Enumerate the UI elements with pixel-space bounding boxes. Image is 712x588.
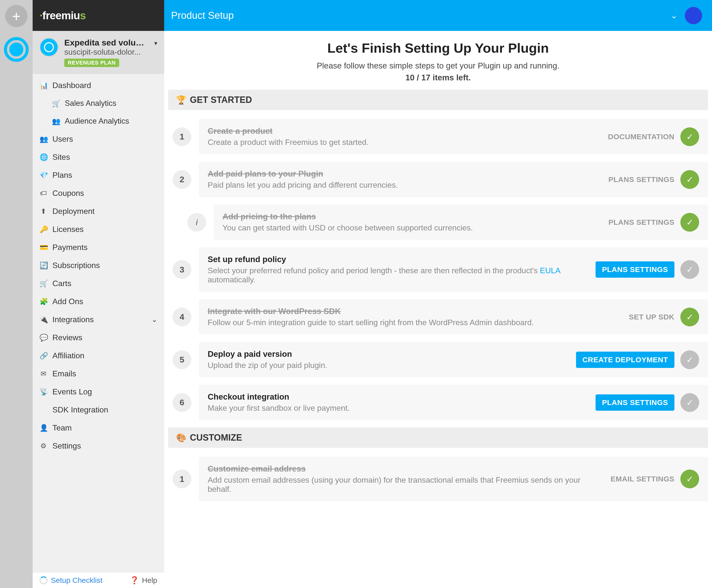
deployment-icon: ⬆ bbox=[40, 207, 47, 215]
nav-payments[interactable]: 💳Payments bbox=[33, 238, 164, 256]
licenses-icon: 🔑 bbox=[40, 225, 47, 233]
step-body: Deploy a paid version Upload the zip of … bbox=[199, 342, 708, 377]
payments-icon: 💳 bbox=[40, 243, 47, 251]
audience-analytics-icon: 👥 bbox=[52, 117, 59, 125]
step-action-link[interactable]: PLANS SETTINGS bbox=[608, 218, 674, 227]
step-action-button[interactable]: PLANS SETTINGS bbox=[596, 394, 674, 411]
step-desc: Paid plans let you add pricing and diffe… bbox=[208, 181, 603, 190]
nav-emails[interactable]: ✉Emails bbox=[33, 365, 164, 383]
step-i: i Add pricing to the plans You can get s… bbox=[183, 205, 708, 240]
step-number: 3 bbox=[173, 260, 191, 279]
step-title: Checkout integration bbox=[208, 392, 590, 402]
step-number: 1 bbox=[173, 127, 191, 146]
add-app-button[interactable]: + bbox=[5, 5, 27, 27]
hero-title: Let's Finish Setting Up Your Plugin bbox=[168, 40, 708, 56]
addons-icon: 🧩 bbox=[40, 297, 47, 306]
step-check-icon: ✓ bbox=[681, 127, 699, 146]
nav-label: Subscriptions bbox=[52, 261, 100, 270]
step-number: 1 bbox=[173, 469, 191, 488]
setup-checklist-link[interactable]: Setup Checklist bbox=[40, 576, 102, 585]
brand: ·freemius bbox=[33, 0, 164, 31]
events-log-icon: 📡 bbox=[40, 388, 47, 396]
sidebar-footer: Setup Checklist ❓ Help bbox=[33, 572, 164, 588]
step-title: Set up refund policy bbox=[208, 255, 590, 264]
step-check-icon[interactable]: ✓ bbox=[681, 260, 699, 279]
step-desc: Add custom email addresses (using your d… bbox=[208, 476, 605, 494]
step-check-icon: ✓ bbox=[681, 170, 699, 189]
step-4: 4 Integrate with our WordPress SDK Follo… bbox=[168, 299, 708, 335]
nav-dashboard[interactable]: 📊Dashboard bbox=[33, 77, 164, 94]
step-check-icon: ✓ bbox=[681, 308, 699, 327]
nav-plans[interactable]: 💎Plans bbox=[33, 166, 164, 184]
step-action-button[interactable]: CREATE DEPLOYMENT bbox=[576, 352, 674, 368]
trophy-icon: 🏆 bbox=[176, 95, 187, 105]
nav-audience-analytics[interactable]: 👥Audience Analytics bbox=[33, 112, 164, 130]
page-title: Product Setup bbox=[171, 10, 234, 21]
step-desc: Upload the zip of your paid plugin. bbox=[208, 361, 570, 370]
nav-sales-analytics[interactable]: 🛒Sales Analytics bbox=[33, 94, 164, 112]
plans-icon: 💎 bbox=[40, 171, 47, 179]
nav-subscriptions[interactable]: 🔄Subscriptions bbox=[33, 256, 164, 274]
step-body: Add pricing to the plans You can get sta… bbox=[214, 205, 708, 240]
step-5: 5 Deploy a paid version Upload the zip o… bbox=[168, 342, 708, 377]
step-check-icon: ✓ bbox=[681, 469, 699, 488]
nav-label: Licenses bbox=[52, 225, 84, 234]
nav-sdk-integration[interactable]: SDK Integration bbox=[33, 401, 164, 419]
step-action-link[interactable]: SET UP SDK bbox=[629, 313, 675, 321]
nav-carts[interactable]: 🛒Carts bbox=[33, 274, 164, 293]
step-desc: Select your preferred refund policy and … bbox=[208, 266, 590, 285]
nav-label: Affiliation bbox=[52, 351, 84, 360]
nav-deployment[interactable]: ⬆Deployment bbox=[33, 202, 164, 220]
nav-users[interactable]: 👥Users bbox=[33, 130, 164, 148]
header: Product Setup ⌄ bbox=[164, 0, 712, 31]
nav-label: Settings bbox=[52, 441, 81, 450]
step-action-link[interactable]: PLANS SETTINGS bbox=[608, 175, 674, 184]
product-plan-badge: REVENUES PLAN bbox=[64, 59, 119, 67]
avatar[interactable] bbox=[685, 7, 702, 24]
nav-licenses[interactable]: 🔑Licenses bbox=[33, 220, 164, 238]
step-title: Deploy a paid version bbox=[208, 350, 570, 359]
nav-affiliation[interactable]: 🔗Affiliation bbox=[33, 346, 164, 365]
nav-label: Reviews bbox=[52, 333, 82, 342]
step-1: 1 Customize email address Add custom ema… bbox=[168, 457, 708, 501]
nav-reviews[interactable]: 💬Reviews bbox=[33, 329, 164, 346]
hero: Let's Finish Setting Up Your Plugin Plea… bbox=[168, 40, 708, 82]
step-number: 6 bbox=[173, 393, 191, 412]
step-body: Customize email address Add custom email… bbox=[199, 457, 708, 501]
step-check-icon[interactable]: ✓ bbox=[681, 350, 699, 369]
nav-sites[interactable]: 🌐Sites bbox=[33, 148, 164, 166]
nav-addons[interactable]: 🧩Add Ons bbox=[33, 293, 164, 311]
step-desc: Follow our 5-min integration guide to st… bbox=[208, 318, 623, 327]
nav-label: Payments bbox=[52, 243, 87, 252]
hero-progress: 10 / 17 items left. bbox=[406, 73, 471, 82]
nav-integrations[interactable]: 🔌Integrations⌄ bbox=[33, 311, 164, 329]
step-body: Integrate with our WordPress SDK Follow … bbox=[199, 299, 708, 335]
sidebar: Expedita sed volupt... suscipit-soluta-d… bbox=[33, 31, 164, 588]
step-action-link[interactable]: EMAIL SETTINGS bbox=[611, 475, 674, 483]
step-title: Add paid plans to your Plugin bbox=[208, 169, 603, 178]
step-action-button[interactable]: PLANS SETTINGS bbox=[596, 261, 674, 278]
nav-label: Integrations bbox=[52, 315, 94, 324]
step-check-icon: ✓ bbox=[681, 213, 699, 232]
step-desc: Create a product with Freemius to get st… bbox=[208, 138, 602, 147]
nav-label: Deployment bbox=[52, 207, 95, 216]
eula-link[interactable]: EULA bbox=[540, 266, 560, 275]
subscriptions-icon: 🔄 bbox=[40, 261, 47, 270]
nav-coupons[interactable]: 🏷Coupons bbox=[33, 184, 164, 202]
users-icon: 👥 bbox=[40, 135, 47, 143]
nav-label: Add Ons bbox=[52, 297, 83, 306]
nav-events-log[interactable]: 📡Events Log bbox=[33, 383, 164, 401]
product-switcher[interactable]: Expedita sed volupt... suscipit-soluta-d… bbox=[33, 31, 164, 74]
step-action-link[interactable]: DOCUMENTATION bbox=[608, 132, 674, 141]
app-logo-button[interactable] bbox=[4, 37, 29, 62]
step-check-icon[interactable]: ✓ bbox=[681, 393, 699, 412]
spinner-icon bbox=[40, 576, 47, 584]
help-link[interactable]: ❓ Help bbox=[130, 576, 157, 585]
header-menu-chevron-icon[interactable]: ⌄ bbox=[671, 11, 677, 20]
nav-settings[interactable]: ⚙Settings bbox=[33, 437, 164, 455]
step-body: Set up refund policy Select your preferr… bbox=[199, 247, 708, 292]
coupons-icon: 🏷 bbox=[40, 189, 47, 197]
nav-label: Coupons bbox=[52, 189, 84, 198]
product-icon bbox=[40, 38, 58, 57]
nav-team[interactable]: 👤Team bbox=[33, 419, 164, 437]
